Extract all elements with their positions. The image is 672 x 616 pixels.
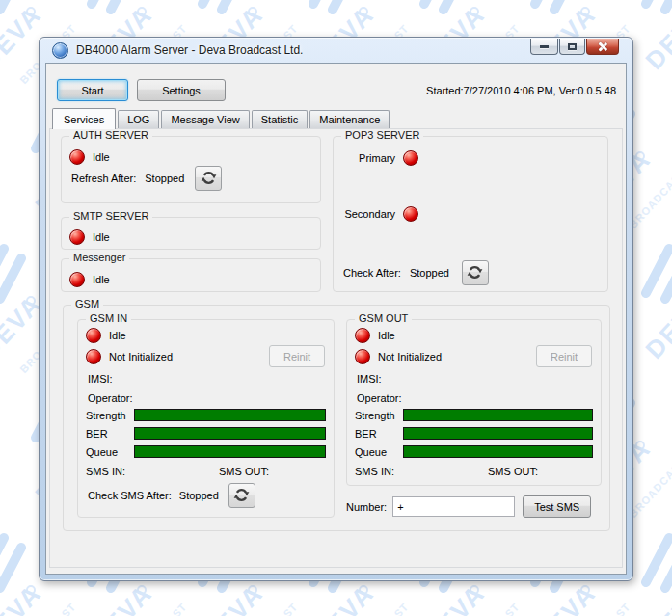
minimize-icon	[540, 45, 549, 48]
settings-button[interactable]: Settings	[137, 79, 226, 101]
desktop: DEVABROADCAST DEVABROADCAST DEVABROADCAS…	[0, 0, 672, 616]
messenger-group: Messenger Idle	[61, 258, 321, 292]
window-title: DB4000 Alarm Server - Deva Broadcast Ltd…	[76, 43, 303, 57]
deva-logo-watermark	[0, 522, 39, 596]
pop3-primary-label: Primary	[341, 152, 395, 164]
started-info: Started:7/27/2010 4:06 PM, Ver:0.0.5.48	[426, 85, 616, 96]
auth-status-label: Idle	[93, 151, 110, 163]
deva-logo-watermark	[82, 0, 149, 17]
tab-services[interactable]: Services	[52, 108, 116, 129]
pop3-secondary-label: Secondary	[341, 208, 395, 220]
gsm-out-title: GSM OUT	[355, 312, 412, 324]
smtp-server-group: SMTP SERVER Idle	[61, 217, 321, 250]
gsm-in-strength-label: Strength	[86, 410, 134, 421]
gsm-in-refresh-button[interactable]	[228, 483, 255, 508]
gsm-in-imsi-label: IMSI:	[88, 373, 113, 385]
refresh-icon	[467, 264, 483, 281]
check-sms-after-value: Stopped	[179, 490, 219, 501]
maximize-icon	[568, 43, 577, 50]
messenger-status-label: Idle	[93, 274, 110, 285]
watermark-brand2-text: BROADCAST	[17, 601, 78, 616]
tab-statistic[interactable]: Statistic	[252, 110, 309, 128]
pop3-server-group: POP3 SERVER Primary Secondary Check Afte…	[333, 136, 608, 292]
deva-logo-watermark	[193, 0, 260, 17]
deva-logo-watermark	[525, 0, 593, 17]
gsm-in-queue-bar	[134, 445, 326, 458]
start-button[interactable]: Start	[57, 79, 128, 101]
refresh-after-value: Stopped	[145, 173, 184, 184]
watermark-brand2-text: BROADCAST	[461, 601, 522, 616]
tab-message-view[interactable]: Message View	[161, 110, 249, 128]
watermark-brand-text: DEVA	[641, 579, 672, 616]
refresh-icon	[201, 170, 217, 186]
gsm-group: GSM GSM IN Idle Not Initialized Reinit	[63, 305, 610, 531]
gsm-out-sms-out-label: SMS OUT:	[488, 466, 538, 477]
gsm-in-status-led-icon	[86, 328, 101, 343]
test-sms-button[interactable]: Test SMS	[523, 495, 591, 518]
gsm-out-init-label: Not Initialized	[378, 351, 442, 362]
messenger-status-led-icon	[69, 272, 85, 287]
watermark-brand2-text: BROADCAST	[350, 601, 411, 616]
deva-logo-watermark	[0, 233, 39, 307]
auth-server-group: AUTH SERVER Idle Refresh After: Stopped	[61, 136, 321, 203]
smtp-status-label: Idle	[93, 231, 110, 243]
gsm-out-init-led-icon	[355, 349, 370, 364]
gsm-out-sms-in-label: SMS IN:	[355, 466, 488, 477]
caption-buttons	[530, 39, 619, 55]
gsm-in-init-label: Not Initialized	[109, 351, 173, 362]
watermark-brand-text: DEVA	[530, 579, 600, 616]
gsm-out-queue-label: Queue	[355, 446, 403, 458]
watermark-brand-text: DEVA	[87, 579, 156, 616]
gsm-in-title: GSM IN	[86, 312, 131, 324]
auth-refresh-button[interactable]	[195, 166, 222, 191]
gsm-out-reinit-button[interactable]: Reinit	[536, 345, 592, 367]
minimize-button[interactable]	[530, 39, 558, 55]
refresh-after-label: Refresh After:	[71, 173, 136, 184]
app-icon	[52, 42, 68, 59]
gsm-in-ber-bar	[134, 427, 326, 440]
smtp-server-title: SMTP SERVER	[69, 210, 152, 222]
watermark-brand2-text: BROADCAST	[572, 601, 632, 616]
gsm-out-group: GSM OUT Idle Not Initialized Reinit IMSI…	[346, 319, 602, 486]
tab-maintenance[interactable]: Maintenance	[309, 110, 390, 128]
gsm-out-strength-label: Strength	[355, 410, 403, 421]
watermark-brand2-text: BROADCAST	[627, 456, 672, 520]
refresh-icon	[233, 487, 250, 503]
gsm-in-operator-label: Operator:	[88, 392, 132, 404]
number-label: Number:	[346, 501, 387, 513]
close-button[interactable]	[586, 39, 619, 55]
deva-watermark-tile: DEVABROADCAST	[636, 233, 672, 378]
gsm-in-reinit-button[interactable]: Reinit	[269, 345, 325, 367]
test-sms-row: Number: Test SMS	[346, 495, 591, 518]
maximize-button[interactable]	[559, 39, 585, 55]
gsm-in-group: GSM IN Idle Not Initialized Reinit IMSI:…	[77, 319, 335, 518]
gsm-in-ber-label: BER	[86, 428, 134, 440]
deva-watermark-tile: DEVABROADCAST	[636, 0, 672, 89]
check-after-value: Stopped	[410, 267, 449, 279]
pop3-server-title: POP3 SERVER	[341, 129, 423, 141]
check-after-label: Check After:	[343, 267, 401, 279]
pop3-primary-led-icon	[403, 150, 418, 166]
deva-logo-watermark	[636, 233, 672, 307]
tab-strip: Services LOG Message View Statistic Main…	[52, 107, 391, 128]
deva-logo-watermark	[304, 0, 371, 17]
gsm-in-strength-bar	[134, 409, 326, 421]
gsm-out-queue-bar	[403, 445, 593, 458]
deva-logo-watermark	[636, 522, 672, 596]
auth-server-title: AUTH SERVER	[69, 129, 152, 141]
watermark-brand2-text: BROADCAST	[128, 601, 189, 616]
watermark-brand-text: DEVA	[641, 290, 672, 362]
watermark-brand2-text: BROADCAST	[627, 167, 672, 230]
gsm-in-sms-out-label: SMS OUT:	[219, 466, 269, 477]
tab-log[interactable]: LOG	[118, 110, 159, 128]
gsm-in-init-led-icon	[86, 349, 101, 364]
pop3-refresh-button[interactable]	[462, 260, 489, 285]
gsm-title: GSM	[71, 298, 103, 309]
watermark-brand-text: DEVA	[419, 579, 489, 616]
check-sms-after-label: Check SMS After:	[88, 490, 172, 501]
gsm-out-imsi-label: IMSI:	[357, 373, 382, 385]
messenger-title: Messenger	[69, 252, 129, 263]
watermark-brand-text: DEVA	[0, 579, 45, 616]
number-input[interactable]	[392, 496, 515, 517]
titlebar[interactable]: DB4000 Alarm Server - Deva Broadcast Ltd…	[40, 38, 632, 63]
